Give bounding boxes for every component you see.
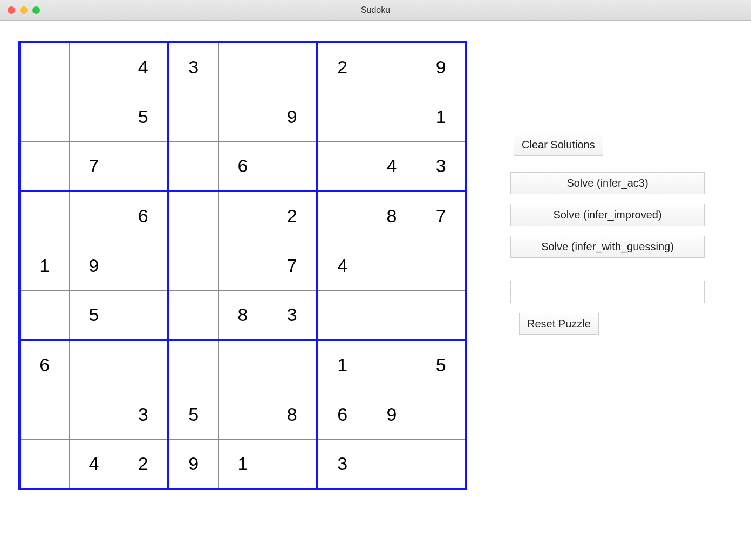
sudoku-cell[interactable]: 9 (417, 42, 466, 92)
sudoku-cell[interactable]: 1 (218, 439, 268, 489)
sudoku-cell[interactable] (19, 42, 69, 92)
sudoku-cell[interactable] (268, 42, 317, 92)
sudoku-cell[interactable] (168, 241, 218, 290)
sudoku-cell[interactable]: 3 (268, 290, 317, 340)
sudoku-cell[interactable]: 1 (317, 340, 367, 390)
sudoku-cell[interactable]: 3 (168, 42, 218, 92)
sudoku-cell[interactable]: 5 (69, 290, 119, 340)
sudoku-cell[interactable]: 3 (119, 390, 168, 439)
sudoku-cell[interactable]: 9 (69, 241, 119, 290)
sudoku-cell[interactable]: 6 (119, 191, 168, 241)
sudoku-cell[interactable]: 4 (317, 241, 367, 290)
sudoku-cell[interactable] (218, 390, 268, 439)
sudoku-cell[interactable] (367, 241, 417, 290)
sudoku-cell[interactable] (218, 191, 268, 241)
sudoku-cell[interactable] (19, 92, 69, 141)
sudoku-cell[interactable] (417, 439, 466, 489)
window-title: Sudoku (0, 5, 751, 15)
sudoku-cell[interactable]: 6 (317, 390, 367, 439)
sudoku-cell[interactable]: 7 (69, 141, 119, 191)
sudoku-cell[interactable] (119, 141, 168, 191)
sudoku-cell[interactable]: 5 (417, 340, 466, 390)
sudoku-cell[interactable]: 2 (119, 439, 168, 489)
sudoku-cell[interactable]: 9 (367, 390, 417, 439)
solve-ac3-button[interactable]: Solve (infer_ac3) (510, 172, 705, 194)
sudoku-cell[interactable]: 7 (417, 191, 466, 241)
sudoku-cell[interactable] (168, 191, 218, 241)
sudoku-cell[interactable]: 6 (19, 340, 69, 390)
sudoku-cell[interactable] (218, 42, 268, 92)
sudoku-cell[interactable] (218, 340, 268, 390)
sudoku-cell[interactable]: 8 (367, 191, 417, 241)
sudoku-cell[interactable] (367, 92, 417, 141)
reset-puzzle-button[interactable]: Reset Puzzle (519, 313, 599, 335)
sudoku-cell[interactable]: 3 (317, 439, 367, 489)
window-controls (8, 6, 40, 14)
sudoku-cell[interactable] (19, 439, 69, 489)
solve-guessing-button[interactable]: Solve (infer_with_guessing) (510, 236, 705, 258)
sudoku-cell[interactable] (367, 290, 417, 340)
sudoku-cell[interactable] (367, 439, 417, 489)
sudoku-cell[interactable] (268, 340, 317, 390)
sudoku-cell[interactable] (119, 241, 168, 290)
sudoku-cell[interactable] (119, 340, 168, 390)
minimize-icon[interactable] (20, 6, 28, 14)
sudoku-cell[interactable]: 3 (417, 141, 466, 191)
sudoku-cell[interactable] (69, 390, 119, 439)
sudoku-cell[interactable]: 2 (268, 191, 317, 241)
sudoku-cell[interactable] (268, 439, 317, 489)
controls-panel: Clear Solutions Solve (infer_ac3) Solve … (467, 21, 705, 490)
sudoku-cell[interactable]: 1 (19, 241, 69, 290)
sudoku-grid: 43295917643628719745836153586942913 (18, 41, 467, 490)
window-titlebar: Sudoku (0, 0, 751, 21)
solve-improved-button[interactable]: Solve (infer_improved) (510, 204, 705, 226)
sudoku-cell[interactable] (417, 241, 466, 290)
close-icon[interactable] (8, 6, 15, 14)
sudoku-cell[interactable] (19, 141, 69, 191)
sudoku-cell[interactable] (69, 42, 119, 92)
sudoku-cell[interactable] (119, 290, 168, 340)
sudoku-cell[interactable] (19, 290, 69, 340)
sudoku-cell[interactable]: 4 (69, 439, 119, 489)
sudoku-cell[interactable] (19, 191, 69, 241)
sudoku-cell[interactable]: 4 (367, 141, 417, 191)
sudoku-cell[interactable] (417, 390, 466, 439)
sudoku-cell[interactable]: 5 (168, 390, 218, 439)
sudoku-cell[interactable]: 8 (218, 290, 268, 340)
sudoku-cell[interactable]: 4 (119, 42, 168, 92)
sudoku-cell[interactable] (69, 191, 119, 241)
sudoku-cell[interactable] (317, 92, 367, 141)
sudoku-cell[interactable] (168, 290, 218, 340)
sudoku-cell[interactable]: 1 (417, 92, 466, 141)
sudoku-cell[interactable] (268, 141, 317, 191)
zoom-icon[interactable] (32, 6, 40, 14)
sudoku-cell[interactable] (367, 42, 417, 92)
sudoku-cell[interactable] (317, 191, 367, 241)
sudoku-cell[interactable]: 7 (268, 241, 317, 290)
sudoku-cell[interactable]: 9 (268, 92, 317, 141)
sudoku-cell[interactable]: 5 (119, 92, 168, 141)
sudoku-cell[interactable] (218, 241, 268, 290)
sudoku-cell[interactable] (367, 340, 417, 390)
sudoku-cell[interactable] (19, 390, 69, 439)
sudoku-cell[interactable] (168, 92, 218, 141)
sudoku-cell[interactable] (218, 92, 268, 141)
sudoku-cell[interactable]: 8 (268, 390, 317, 439)
sudoku-cell[interactable]: 9 (168, 439, 218, 489)
clear-solutions-button[interactable]: Clear Solutions (514, 134, 603, 156)
sudoku-cell[interactable]: 2 (317, 42, 367, 92)
sudoku-cell[interactable]: 6 (218, 141, 268, 191)
sudoku-cell[interactable] (69, 340, 119, 390)
sudoku-cell[interactable] (168, 340, 218, 390)
sudoku-cell[interactable] (69, 92, 119, 141)
sudoku-cell[interactable] (417, 290, 466, 340)
puzzle-input[interactable] (510, 281, 705, 303)
sudoku-cell[interactable] (168, 141, 218, 191)
sudoku-cell[interactable] (317, 290, 367, 340)
sudoku-cell[interactable] (317, 141, 367, 191)
